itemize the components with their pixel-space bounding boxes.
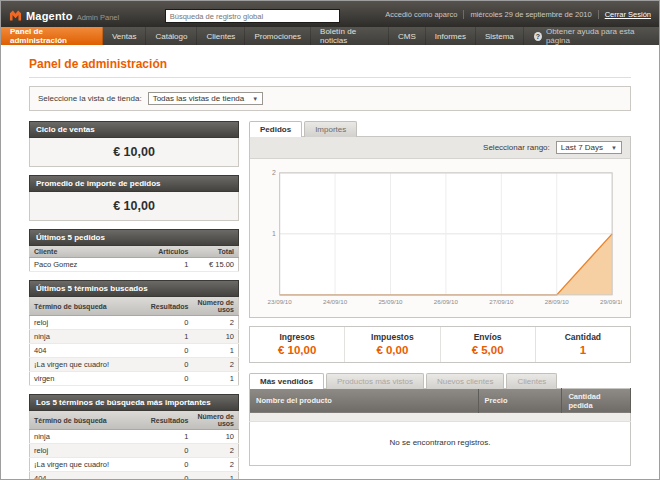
table-row: No se encontraron registros. bbox=[250, 422, 631, 466]
nav-item-reports[interactable]: Informes bbox=[426, 27, 476, 45]
cell-uses: 2 bbox=[193, 316, 239, 330]
cell-uses: 2 bbox=[193, 444, 239, 458]
content-area: Panel de administración Seleccione la vi… bbox=[1, 45, 659, 480]
lifetime-sales-title: Ciclo de ventas bbox=[29, 121, 239, 138]
cell-uses: 10 bbox=[193, 430, 239, 444]
table-row[interactable]: 404 0 1 bbox=[30, 344, 239, 358]
help-label: Obtener ayuda para esta página bbox=[546, 27, 649, 45]
total-quantity: Cantidad 1 bbox=[535, 327, 630, 362]
chart-wrap: 1223/09/1024/09/1025/09/1026/09/1027/09/… bbox=[250, 159, 630, 317]
store-view-label: Seleccione la vista de tienda: bbox=[38, 94, 142, 103]
table-row[interactable]: reloj 0 2 bbox=[30, 444, 239, 458]
nav-item-sales[interactable]: Ventas bbox=[103, 27, 146, 45]
tab-new-customers[interactable]: Nuevos clientes bbox=[426, 373, 504, 389]
cell-term: virgen bbox=[30, 372, 147, 386]
last-orders-table: Cliente Artículos Total Paco Gomez 1 € 1… bbox=[29, 246, 239, 272]
last-search-title: Últimos 5 términos buscados bbox=[29, 280, 239, 297]
table-row[interactable]: 404 0 1 bbox=[30, 472, 239, 480]
nav-item-newsletter[interactable]: Boletín de noticias bbox=[311, 27, 389, 45]
svg-text:25/09/10: 25/09/10 bbox=[378, 298, 403, 305]
range-select[interactable]: Last 7 Days ▼ bbox=[556, 141, 622, 154]
column-header: Nombre del producto bbox=[250, 388, 479, 413]
help-icon: ? bbox=[534, 32, 542, 41]
cell-uses: 2 bbox=[193, 458, 239, 472]
magento-logo-icon bbox=[9, 9, 22, 22]
last-orders-title: Últimos 5 pedidos bbox=[29, 229, 239, 246]
tab-customers[interactable]: Clientes bbox=[506, 373, 557, 389]
empty-stripe bbox=[250, 413, 631, 422]
nav-item-customers[interactable]: Clientes bbox=[197, 27, 245, 45]
nav-item-promotions[interactable]: Promociones bbox=[245, 27, 311, 45]
tab-bestsellers[interactable]: Más vendidos bbox=[249, 373, 324, 389]
logo-subtext: Admin Panel bbox=[77, 13, 120, 22]
logout-link[interactable]: Cerrar Sesión bbox=[605, 10, 651, 19]
cell-uses: 1 bbox=[193, 472, 239, 480]
cell-results: 1 bbox=[147, 430, 193, 444]
page-title: Panel de administración bbox=[29, 53, 631, 77]
last-search-table: Término de búsqueda Resultados Número de… bbox=[29, 297, 239, 386]
help-link[interactable]: ? Obtener ayuda para esta página bbox=[524, 27, 659, 45]
table-row[interactable]: reloj 0 2 bbox=[30, 316, 239, 330]
cell-results: 0 bbox=[147, 344, 193, 358]
cell-uses: 1 bbox=[193, 344, 239, 358]
chevron-down-icon: ▼ bbox=[611, 145, 617, 151]
total-label: Ingresos bbox=[250, 332, 344, 342]
table-row[interactable]: ¡La virgen que cuadro! 0 2 bbox=[30, 358, 239, 372]
average-orders-title: Promedio de importe de pedidos bbox=[29, 175, 239, 192]
totals-bar: Ingresos € 10,00 Impuestos € 0,00 Envíos… bbox=[249, 326, 631, 363]
total-label: Cantidad bbox=[536, 332, 630, 342]
svg-text:1: 1 bbox=[272, 230, 276, 237]
table-row[interactable]: ¡La virgen que cuadro! 0 2 bbox=[30, 458, 239, 472]
chart-tabs: Pedidos Importes bbox=[249, 121, 631, 137]
range-bar: Seleccionar rango: Last 7 Days ▼ bbox=[250, 137, 630, 159]
main-nav: Panel de administración Ventas Catálogo … bbox=[1, 27, 659, 45]
store-view-select[interactable]: Todas las vistas de tienda ▼ bbox=[148, 92, 264, 105]
bestsellers-table: Nombre del producto Precio Cantidad pedi… bbox=[249, 388, 631, 467]
lifetime-sales-box: Ciclo de ventas € 10,00 bbox=[29, 121, 239, 167]
logo-text: Magento bbox=[26, 10, 73, 22]
cell-term: reloj bbox=[30, 444, 147, 458]
column-header: Término de búsqueda bbox=[30, 297, 147, 316]
table-header-row: Cliente Artículos Total bbox=[30, 246, 239, 258]
svg-text:29/09/10: 29/09/10 bbox=[600, 298, 622, 305]
column-header: Número de usos bbox=[193, 297, 239, 316]
cell-items: 1 bbox=[154, 258, 192, 272]
cell-term: 404 bbox=[30, 472, 147, 480]
tab-most-viewed[interactable]: Productos más vistos bbox=[326, 373, 424, 389]
divider bbox=[29, 77, 631, 78]
svg-text:26/09/10: 26/09/10 bbox=[434, 298, 459, 305]
range-value: Last 7 Days bbox=[561, 143, 603, 152]
cell-uses: 10 bbox=[193, 330, 239, 344]
range-label: Seleccionar rango: bbox=[483, 143, 550, 152]
global-search-input[interactable] bbox=[165, 9, 340, 23]
top-search-title: Los 5 términos de búsqueda más important… bbox=[29, 394, 239, 411]
cell-results: 0 bbox=[147, 372, 193, 386]
nav-item-dashboard[interactable]: Panel de administración bbox=[1, 27, 103, 45]
nav-item-catalog[interactable]: Catálogo bbox=[146, 27, 197, 45]
current-date: miércoles 29 de septiembre de 2010 bbox=[470, 10, 591, 19]
cell-results: 0 bbox=[147, 458, 193, 472]
tab-orders[interactable]: Pedidos bbox=[249, 121, 302, 137]
cell-uses: 2 bbox=[193, 358, 239, 372]
cell-uses: 1 bbox=[193, 372, 239, 386]
nav-item-system[interactable]: Sistema bbox=[476, 27, 524, 45]
total-value: 1 bbox=[536, 344, 630, 356]
nav-item-cms[interactable]: CMS bbox=[389, 27, 426, 45]
cell-results: 0 bbox=[147, 316, 193, 330]
separator bbox=[463, 10, 464, 19]
table-row[interactable]: ninja 1 10 bbox=[30, 430, 239, 444]
logged-in-as: Accedió como aparco bbox=[385, 10, 457, 19]
empty-message: No se encontraron registros. bbox=[250, 422, 631, 466]
total-value: € 10,00 bbox=[250, 344, 344, 356]
table-row[interactable]: Paco Gomez 1 € 15.00 bbox=[30, 258, 239, 272]
cell-total: € 15.00 bbox=[193, 258, 239, 272]
tab-amounts[interactable]: Importes bbox=[304, 121, 357, 137]
chart-panel: Seleccionar rango: Last 7 Days ▼ 1223/09… bbox=[249, 136, 631, 318]
table-row[interactable]: virgen 0 1 bbox=[30, 372, 239, 386]
global-search bbox=[165, 5, 340, 24]
last-search-box: Últimos 5 términos buscados Término de b… bbox=[29, 280, 239, 386]
dashboard-right-column: Pedidos Importes Seleccionar rango: Last… bbox=[249, 121, 631, 480]
top-header: Magento Admin Panel Accedió como aparco … bbox=[1, 1, 659, 27]
table-row[interactable]: ninja 1 10 bbox=[30, 330, 239, 344]
column-header: Término de búsqueda bbox=[30, 411, 147, 430]
